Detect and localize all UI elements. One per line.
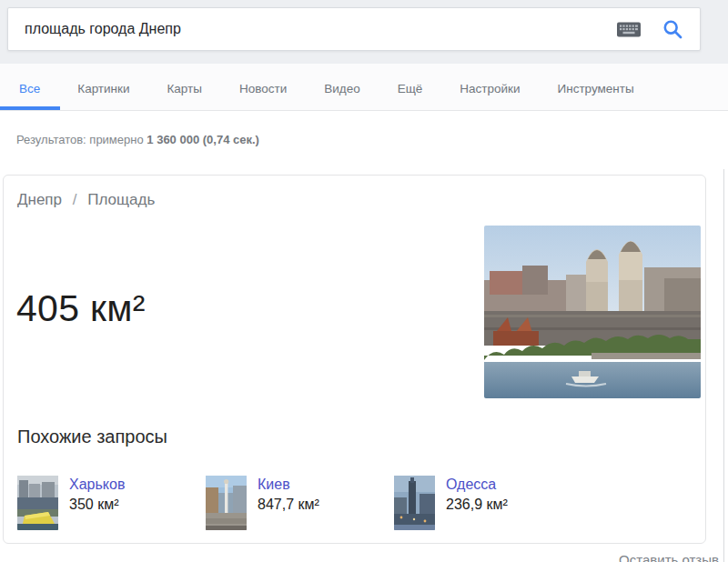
related-item-odessa[interactable]: Одесса 236,9 км² <box>394 476 582 530</box>
tab-all[interactable]: Все <box>19 82 40 95</box>
kiev-thumbnail-image[interactable] <box>206 476 247 530</box>
keyboard-icon[interactable] <box>617 22 641 37</box>
breadcrumb: Днепр / Площадь <box>17 191 155 209</box>
breadcrumb-attribute[interactable]: Площадь <box>87 191 155 208</box>
tab-maps[interactable]: Карты <box>167 82 201 95</box>
active-tab-underline <box>0 106 60 110</box>
related-value-odessa: 236,9 км² <box>446 497 508 513</box>
feedback-link[interactable]: Оставить отзыв <box>619 552 719 562</box>
results-tabs-bar: Все Картинки Карты Новости Видео Ещё Нас… <box>0 64 728 111</box>
results-stats: Результатов: примерно 1 360 000 (0,74 се… <box>16 133 259 146</box>
kharkov-thumbnail-image[interactable] <box>17 476 58 530</box>
related-link-kharkov[interactable]: Харьков <box>69 477 125 493</box>
window-edge-line <box>723 169 724 562</box>
tab-tools[interactable]: Инструменты <box>558 82 634 95</box>
related-item-kharkov[interactable]: Харьков 350 км² <box>17 476 206 530</box>
answer-value: 405 км² <box>16 287 146 330</box>
breadcrumb-separator: / <box>66 191 84 208</box>
city-photo[interactable] <box>484 226 701 398</box>
related-link-odessa[interactable]: Одесса <box>446 477 508 493</box>
related-queries-title: Похожие запросы <box>17 427 167 447</box>
stats-time: (0,74 сек.) <box>203 133 259 146</box>
tab-images[interactable]: Картинки <box>77 82 129 95</box>
search-icon[interactable] <box>662 19 683 40</box>
stats-prefix: Результатов: примерно <box>16 133 144 146</box>
tab-more[interactable]: Ещё <box>398 82 423 95</box>
related-value-kharkov: 350 км² <box>69 497 125 513</box>
breadcrumb-entity[interactable]: Днепр <box>17 191 62 208</box>
tab-videos[interactable]: Видео <box>324 82 359 95</box>
search-box[interactable]: площадь города Днепр <box>7 7 701 51</box>
related-queries-row: Харьков 350 км² К <box>17 476 582 530</box>
related-link-kiev[interactable]: Киев <box>258 477 319 493</box>
related-value-kiev: 847,7 км² <box>258 497 319 513</box>
tab-news[interactable]: Новости <box>239 82 287 95</box>
tab-settings[interactable]: Настройки <box>460 82 520 95</box>
knowledge-card: Днепр / Площадь 405 км² <box>3 175 706 544</box>
search-input[interactable]: площадь города Днепр <box>8 21 617 37</box>
related-item-kiev[interactable]: Киев 847,7 км² <box>206 476 394 530</box>
search-header: площадь города Днепр <box>0 0 728 64</box>
stats-count: 1 360 000 <box>147 133 199 146</box>
odessa-thumbnail-image[interactable] <box>394 476 435 530</box>
